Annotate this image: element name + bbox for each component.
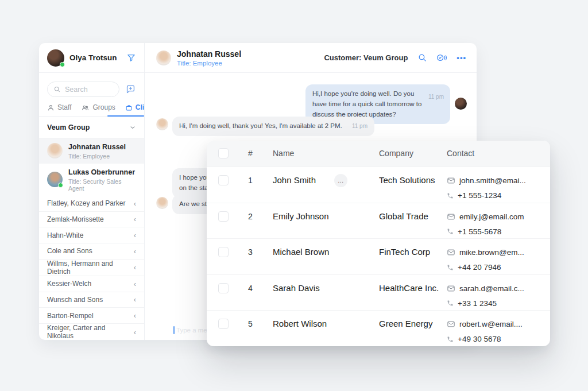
contact-name-cell: Robert Wilson [273, 319, 327, 328]
email-value: robert.w@email.... [459, 320, 523, 328]
company-name: Cole and Sons [47, 247, 92, 255]
contact-cell: mike.brown@em... +44 20 7946 [447, 246, 524, 274]
briefcase-icon [125, 104, 133, 111]
company-item[interactable]: Wunsch and Sons‹ [39, 292, 144, 308]
contact-item-lukas[interactable]: Lukas Oberbrunner Title: Security Sales … [39, 164, 144, 196]
tab-groups[interactable]: Groups [81, 103, 115, 111]
phone-value: +44 20 7946 [458, 263, 501, 272]
row-number: 3 [248, 247, 253, 257]
filter-icon[interactable] [126, 53, 136, 63]
company-cell: Tech Solutions [379, 175, 435, 185]
company-name: Kessier-Welch [47, 280, 91, 288]
chevron-icon: ‹ [134, 215, 136, 223]
phone-value: +33 1 2345 [458, 299, 497, 308]
company-name: Barton-Rempel [47, 312, 94, 320]
company-name: Willms, Hermann and Dietrich [47, 260, 134, 276]
chevron-down-icon [129, 124, 136, 131]
search-input[interactable]: Search [47, 82, 119, 97]
message-avatar [455, 98, 467, 110]
contact-name: Johnatan Russel [68, 142, 126, 152]
sidebar-tabs: Staff Groups Clients [39, 102, 144, 117]
table-row[interactable]: 5 Robert Wilson Green Energy robert.w@em… [207, 310, 550, 346]
row-menu-button[interactable]: ... [334, 174, 347, 187]
more-options-icon[interactable]: ••• [457, 53, 466, 62]
contact-item-johnatan[interactable]: Johnatan Russel Title: Employee [39, 138, 144, 164]
contact-title: Title: Security Sales Agent [68, 178, 136, 192]
chevron-icon: ‹ [134, 312, 136, 319]
company-cell: HealthCare Inc. [379, 283, 439, 293]
company-item[interactable]: Cole and Sons‹ [39, 243, 144, 259]
tab-staff[interactable]: Staff [47, 103, 71, 111]
company-cell: FinTech Corp [379, 247, 430, 257]
email-value: emily.j@email.com [459, 212, 524, 221]
search-row: Search [39, 73, 144, 102]
email-icon [447, 320, 455, 328]
row-checkbox[interactable] [218, 211, 229, 222]
contact-name-cell: John Smith [273, 175, 316, 185]
select-all-checkbox[interactable] [218, 148, 229, 158]
text-caret [173, 326, 175, 334]
status-broadcast-icon[interactable] [436, 53, 448, 63]
search-chat-icon[interactable] [417, 53, 427, 63]
company-name: Flatley, Kozey and Parker [47, 199, 126, 207]
column-header-contact: Contact [447, 149, 474, 158]
company-item[interactable]: Willms, Hermann and Dietrich‹ [39, 259, 144, 276]
phone-value: +49 30 5678 [458, 335, 501, 343]
tab-clients[interactable]: Clients [125, 103, 145, 111]
row-checkbox[interactable] [218, 319, 229, 329]
table-header-row: # Name Company Contact [207, 141, 550, 167]
person-icon [47, 104, 55, 111]
row-number: 4 [248, 284, 253, 293]
table-row[interactable]: 3 Michael Brown FinTech Corp mike.brown@… [207, 238, 550, 274]
email-icon [447, 248, 455, 257]
contact-cell: robert.w@email.... +49 30 5678 [447, 318, 523, 346]
phone-icon [447, 228, 454, 235]
company-cell: Global Trade [379, 211, 428, 221]
customer-label: Customer: Veum Group [324, 53, 408, 62]
company-item[interactable]: Kessier-Welch‹ [39, 276, 144, 292]
chevron-icon: ‹ [134, 328, 136, 336]
table-row[interactable]: 1 John Smith ... Tech Solutions john.smi… [207, 167, 550, 203]
table-row[interactable]: 4 Sarah Davis HealthCare Inc. sarah.d@em… [207, 274, 550, 311]
tab-clients-label: Clients [136, 103, 145, 111]
user-name: Olya Trotsun [69, 53, 121, 62]
company-item[interactable]: Flatley, Kozey and Parker‹ [39, 196, 144, 211]
chevron-icon: ‹ [134, 200, 136, 207]
email-value: sarah.d@email.c... [459, 284, 524, 293]
message-avatar [156, 197, 168, 209]
chat-header: Johnatan Russel Title: Employee Customer… [145, 43, 477, 73]
company-item[interactable]: Hahn-White‹ [39, 227, 144, 243]
row-checkbox[interactable] [218, 283, 229, 293]
company-name: Wunsch and Sons [47, 296, 103, 304]
new-chat-icon[interactable] [125, 84, 136, 95]
company-item[interactable]: Zemlak-Morissette‹ [39, 211, 144, 227]
company-item[interactable]: Barton-Rempel‹ [39, 307, 144, 323]
company-item[interactable]: Kreiger, Carter and Nikolaus‹ [39, 323, 144, 340]
company-cell: Green Energy [379, 319, 432, 328]
contact-avatar [47, 172, 63, 187]
contact-cell: sarah.d@email.c... +33 1 2345 [447, 282, 524, 310]
phone-icon [447, 300, 454, 307]
chat-partner-name: Johnatan Russel [177, 49, 241, 59]
contact-name: Lukas Oberbrunner [68, 168, 136, 177]
message-bubble-incoming: Hi, I'm doing well, thank you! Yes, I'm … [172, 117, 374, 136]
user-avatar[interactable] [47, 49, 64, 67]
company-name: Kreiger, Carter and Nikolaus [47, 324, 134, 340]
message-avatar [156, 118, 168, 130]
column-header-num: # [248, 149, 253, 158]
sidebar: Olya Trotsun Search Staff Groups Clients [39, 43, 145, 340]
sidebar-header: Olya Trotsun [39, 43, 144, 73]
group-name: Veum Group [47, 123, 90, 131]
phone-icon [447, 336, 454, 343]
row-checkbox[interactable] [218, 247, 229, 257]
chat-partner-avatar[interactable] [156, 51, 171, 65]
tab-groups-label: Groups [92, 103, 115, 111]
contact-cell: john.smith@emai... +1 555-1234 [447, 174, 526, 202]
row-checkbox[interactable] [218, 175, 229, 185]
company-name: Hahn-White [47, 231, 83, 239]
column-header-company: Company [379, 149, 413, 158]
table-row[interactable]: 2 Emily Johnson Global Trade emily.j@ema… [207, 203, 550, 239]
group-header[interactable]: Veum Group [39, 117, 144, 138]
email-icon [447, 284, 455, 293]
chevron-icon: ‹ [134, 280, 136, 288]
